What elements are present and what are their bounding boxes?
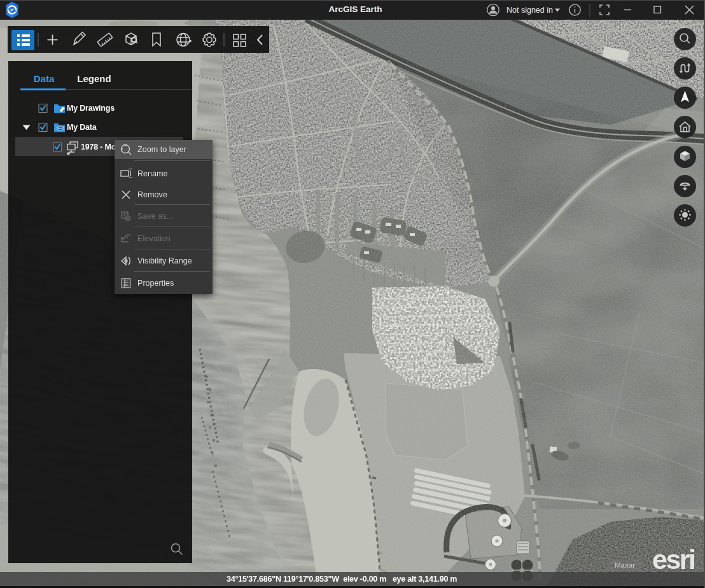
svg-text:Not signed in: Not signed in xyxy=(506,6,553,15)
